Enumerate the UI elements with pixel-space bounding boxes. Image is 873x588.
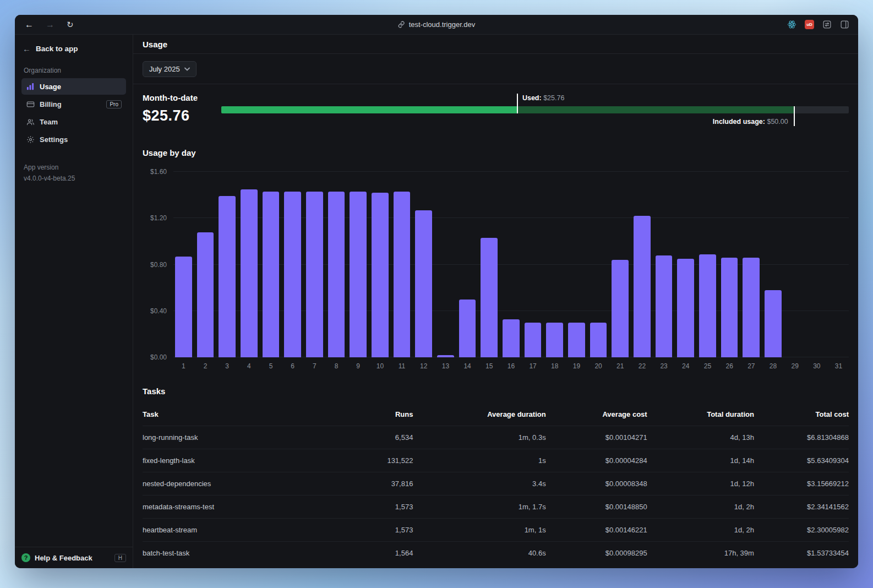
x-tick-label: 31 [830,357,847,370]
bar-slot [394,172,411,357]
usage-chart: $0.00$0.40$0.80$1.20$1.60 12345678910111… [143,172,849,370]
usage-bar-day-9[interactable] [350,192,367,357]
back-icon[interactable]: ← [25,20,34,30]
usage-bar-day-23[interactable] [656,255,673,357]
table-row[interactable]: metadata-streams-test1,5731m, 1.7s$0.001… [143,496,849,519]
task-value-cell: 1m, 1s [413,519,545,542]
x-tick-label: 9 [350,357,367,370]
usage-bar-day-19[interactable] [568,323,585,357]
usage-bar-day-14[interactable] [459,300,476,357]
task-name-cell: fixed-length-lask [143,449,354,472]
browser-window: ← → ↻ test-cloud.trigger.dev [15,15,858,568]
usage-bar-day-17[interactable] [525,323,542,357]
usage-bar-day-3[interactable] [219,196,236,357]
back-to-app-link[interactable]: ← Back to app [21,42,126,56]
task-value-cell: 1m, 0.3s [413,426,545,449]
task-value-cell: 1d, 12h [647,472,754,496]
x-tick-label: 29 [787,357,804,370]
usage-bar-day-15[interactable] [481,238,498,357]
task-value-cell: 6,534 [354,426,413,449]
task-value-cell: 3.4s [413,472,545,496]
gear-icon [26,135,35,144]
used-value: $25.76 [543,94,564,102]
forward-icon[interactable]: → [46,20,54,30]
x-tick-label: 7 [306,357,323,370]
reload-icon[interactable]: ↻ [67,20,74,30]
usage-bar-day-2[interactable] [197,232,214,357]
usage-bar-day-20[interactable] [590,323,607,357]
x-tick-label: 5 [263,357,280,370]
table-row[interactable]: nested-dependencies37,8163.4s$0.00008348… [143,472,849,496]
task-name-cell: long-running-task [143,426,354,449]
react-devtools-icon[interactable] [787,20,796,29]
usage-progress-track [221,106,849,113]
x-tick-label: 18 [546,357,563,370]
help-feedback-button[interactable]: ? Help & Feedback H [15,547,133,568]
usage-bar-day-24[interactable] [677,259,694,357]
x-tick-label: 3 [219,357,236,370]
task-value-cell: 4d, 13h [647,426,754,449]
browser-chrome: ← → ↻ test-cloud.trigger.dev [15,15,858,35]
bar-slot [263,172,280,357]
table-row[interactable]: batch-test-task1,56440.6s$0.0009829517h,… [143,542,849,565]
chevron-down-icon [184,67,190,71]
sidebar-item-billing[interactable]: Billing Pro [21,96,126,112]
x-tick-label: 11 [394,357,411,370]
sidebar-item-usage[interactable]: Usage [21,78,126,95]
usage-progress-included-fill [517,106,794,113]
bar-slot [590,172,607,357]
task-value-cell: 1d, 2h [647,519,754,542]
ublock-icon[interactable]: uD [805,20,814,29]
task-value-cell: $0.00104271 [546,426,647,449]
month-selector-label: July 2025 [149,65,180,73]
bar-slot [568,172,585,357]
bar-chart-icon [26,82,35,91]
x-tick-label: 28 [765,357,782,370]
usage-bar-day-18[interactable] [546,323,563,357]
back-arrow-icon: ← [23,44,31,53]
usage-bar-day-5[interactable] [263,192,280,357]
usage-bar-day-4[interactable] [241,189,258,357]
bar-slot [808,172,825,357]
usage-bar-day-28[interactable] [765,290,782,357]
usage-bar-day-7[interactable] [306,192,323,357]
table-row[interactable]: fixed-length-lask131,5221s$0.000042841d,… [143,449,849,472]
url-text: test-cloud.trigger.dev [409,20,476,29]
usage-bar-day-10[interactable] [372,193,389,357]
usage-bar-day-16[interactable] [503,319,520,358]
usage-bar-day-22[interactable] [634,216,651,357]
usage-bar-day-27[interactable] [743,258,760,357]
bar-slot [612,172,629,357]
usage-bar-day-25[interactable] [699,254,716,357]
sidebar-item-settings[interactable]: Settings [21,131,126,148]
sidebar-toggle-icon[interactable] [840,20,849,29]
x-tick-label: 17 [525,357,542,370]
usage-bar-day-26[interactable] [721,258,738,357]
address-bar[interactable]: test-cloud.trigger.dev [398,20,476,29]
tasks-column-header: Total cost [754,405,849,426]
sidebar-item-label: Settings [40,135,68,144]
y-tick-label: $1.20 [150,214,167,222]
extension-panel-icon[interactable] [822,20,832,29]
usage-bar-day-12[interactable] [415,210,432,357]
usage-bar-day-6[interactable] [284,192,301,357]
bar-slot [459,172,476,357]
included-value: $50.00 [767,118,788,126]
usage-bar-day-8[interactable] [328,192,345,357]
table-row[interactable]: heartbeat-stream1,5731m, 1s$0.001462211d… [143,519,849,542]
usage-bar-day-11[interactable] [394,192,411,357]
used-label-group: Used: $25.76 [522,94,564,102]
table-row[interactable]: long-running-task6,5341m, 0.3s$0.0010427… [143,426,849,449]
usage-chart-plot [173,172,849,357]
task-value-cell: 37,816 [354,472,413,496]
usage-bar-day-1[interactable] [175,257,192,357]
bar-slot [481,172,498,357]
task-value-cell: 1d, 2h [647,496,754,519]
usage-bar-day-21[interactable] [612,260,629,357]
bar-slot [241,172,258,357]
usage-bar-day-13[interactable] [437,355,454,357]
month-selector-dropdown[interactable]: July 2025 [143,61,197,77]
sidebar-item-team[interactable]: Team [21,113,126,130]
bar-slot [699,172,716,357]
included-label: Included usage: [713,118,765,126]
